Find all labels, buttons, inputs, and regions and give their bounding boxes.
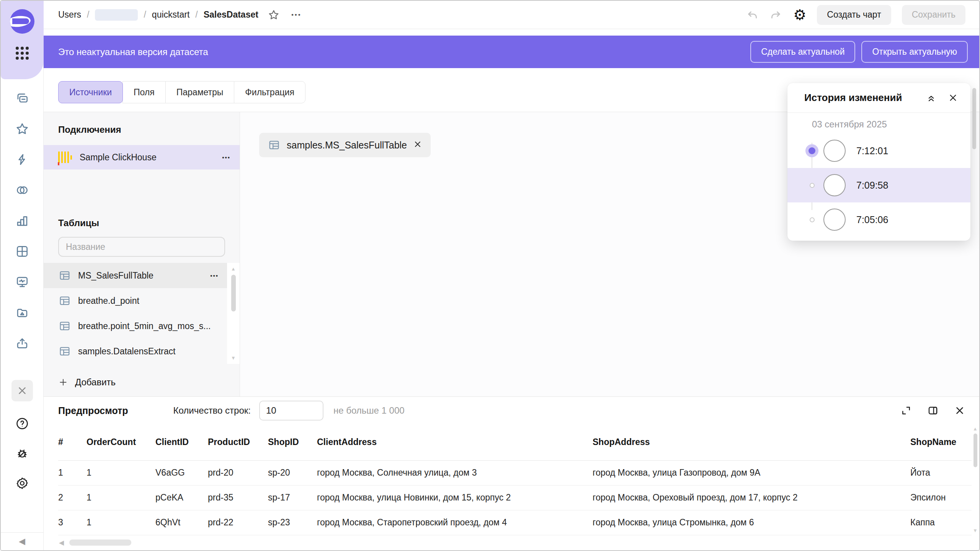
page-scrollbar-thumb[interactable]	[972, 88, 976, 149]
source-table-name: samples.MS_SalesFullTable	[287, 140, 407, 151]
table-cell: город Москва, улица Стромынка, дом 6	[593, 510, 910, 535]
favorite-star-icon[interactable]	[268, 9, 280, 21]
scrollbar-thumb[interactable]	[973, 434, 977, 467]
history-title: История изменений	[804, 92, 902, 104]
scroll-down-icon[interactable]: ▼	[973, 528, 978, 533]
make-actual-button[interactable]: Сделать актуальной	[750, 41, 855, 63]
monitoring-icon[interactable]	[15, 274, 30, 290]
table-list-item[interactable]: breathe.d_point	[44, 288, 227, 313]
history-entry[interactable]: 7:09:58	[787, 168, 970, 202]
scrollbar-thumb[interactable]	[231, 275, 236, 311]
table-list-item[interactable]: MS_SalesFullTable•••	[44, 263, 227, 288]
history-entry[interactable]: 7:05:06	[787, 202, 970, 237]
history-panel: История изменений 03 сентября 2025 7:12:…	[787, 83, 970, 241]
scroll-up-icon[interactable]: ▲	[973, 426, 978, 432]
table-list-item[interactable]: breathe.point_5min_avg_mos_s...	[44, 313, 227, 339]
collections-icon[interactable]	[15, 91, 30, 106]
export-upload-icon[interactable]	[15, 336, 30, 351]
tab-3[interactable]: Фильтрация	[234, 81, 305, 103]
source-table-chip[interactable]: samples.MS_SalesFullTable	[259, 133, 431, 157]
favorites-star-icon[interactable]	[15, 121, 30, 137]
tables-title: Таблицы	[58, 218, 240, 228]
breadcrumb-item[interactable]: Users	[58, 10, 81, 20]
collapse-sidebar-button[interactable]: ◀	[1, 532, 44, 550]
tab-2[interactable]: Параметры	[165, 81, 235, 103]
table-cell: prd-22	[208, 510, 268, 535]
row-count-label: Количество строк:	[173, 405, 251, 416]
scroll-left-icon[interactable]: ◀	[59, 539, 64, 547]
dataset-settings-gear-icon[interactable]: ⚙	[793, 8, 806, 22]
table-cell: город Москва, Старопетровский проезд, до…	[317, 510, 593, 535]
dashboards-grid-icon[interactable]	[15, 244, 30, 259]
charts-bar-icon[interactable]	[15, 213, 30, 228]
create-chart-button[interactable]: Создать чарт	[817, 5, 891, 25]
close-preview-icon[interactable]	[954, 405, 965, 416]
table-search-input[interactable]	[58, 237, 225, 257]
storage-folder-icon[interactable]	[15, 305, 30, 320]
scroll-up-icon[interactable]: ▲	[231, 266, 236, 272]
preview-table-wrap: #OrderCountClientIDProductIDShopIDClient…	[44, 424, 979, 535]
tabs: ИсточникиПоляПараметрыФильтрация	[58, 81, 305, 103]
datasets-circles-icon[interactable]	[15, 183, 30, 198]
more-menu-icon[interactable]: •••	[222, 154, 230, 161]
horizontal-scrollbar[interactable]: ◀	[44, 535, 979, 551]
timeline-dot-wrap	[805, 183, 819, 188]
collapse-up-icon[interactable]	[926, 93, 936, 103]
save-button[interactable]: Сохранить	[902, 5, 965, 25]
history-entry[interactable]: 7:12:01	[787, 134, 970, 168]
settings-gear-icon[interactable]	[15, 476, 30, 491]
timeline-dot	[810, 217, 815, 222]
more-menu-icon[interactable]: •••	[210, 272, 219, 279]
breadcrumb-item[interactable]: SalesDataset	[204, 10, 258, 20]
history-controls	[926, 93, 958, 103]
scrollbar-thumb[interactable]	[69, 540, 131, 546]
preview-vertical-scrollbar[interactable]: ▲ ▼	[972, 426, 978, 533]
avatar	[823, 174, 846, 196]
more-menu-icon[interactable]: •••	[291, 11, 302, 19]
remove-source-button[interactable]	[413, 140, 422, 150]
breadcrumb-item-redacted[interactable]	[95, 9, 138, 21]
table-cell: 1	[87, 510, 155, 535]
breadcrumb-item[interactable]: quickstart	[152, 10, 189, 20]
plus-icon	[58, 377, 68, 387]
datalens-logo[interactable]	[10, 9, 34, 34]
table-cell: 3	[58, 510, 87, 535]
breadcrumb-separator: /	[144, 10, 146, 20]
tab-0[interactable]: Источники	[58, 81, 123, 103]
close-history-icon[interactable]	[948, 93, 958, 103]
table-list-item[interactable]: samples.DatalensExtract	[44, 339, 227, 364]
tables-scrollbar[interactable]: ▲ ▼	[227, 263, 240, 364]
table-cell: город Москва, Солнечная улица, дом 3	[317, 460, 593, 485]
table-cell: sp-20	[268, 460, 317, 485]
open-actual-button[interactable]: Открыть актуальную	[861, 41, 968, 63]
column-header: ClientAddress	[317, 424, 593, 460]
redo-icon[interactable]	[769, 8, 782, 21]
scroll-down-icon[interactable]: ▼	[231, 355, 236, 361]
preview-controls	[900, 405, 965, 416]
table-cell: город Москва, Ореховый проезд, дом 17, к…	[593, 485, 910, 510]
undo-icon[interactable]	[746, 8, 759, 21]
add-table-button[interactable]: Добавить	[58, 377, 240, 388]
table-cell: prd-20	[208, 460, 268, 485]
row-count-input[interactable]	[259, 401, 323, 421]
expand-icon[interactable]	[900, 405, 912, 416]
tab-1[interactable]: Поля	[122, 81, 166, 103]
close-icon	[413, 140, 422, 149]
help-icon[interactable]	[15, 416, 30, 431]
connections-lightning-icon[interactable]	[15, 152, 30, 167]
history-header: История изменений	[787, 83, 970, 113]
table-cell: sp-23	[268, 510, 317, 535]
split-view-icon[interactable]	[927, 405, 939, 416]
timeline-dot-wrap	[805, 217, 819, 222]
table-icon	[58, 320, 71, 333]
table-row: 316QhVtprd-22sp-23город Москва, Старопет…	[58, 510, 972, 535]
table-cell: 2	[58, 485, 87, 510]
column-header: OrderCount	[87, 424, 155, 460]
apps-grid-icon[interactable]	[16, 47, 29, 60]
table-cell: prd-35	[208, 485, 268, 510]
bug-report-icon[interactable]	[15, 446, 30, 461]
connection-item[interactable]: Sample ClickHouse •••	[44, 145, 240, 170]
column-header: ProductID	[208, 424, 268, 460]
close-panel-button[interactable]	[11, 380, 33, 401]
collapse-arrow-icon: ◀	[19, 536, 25, 546]
